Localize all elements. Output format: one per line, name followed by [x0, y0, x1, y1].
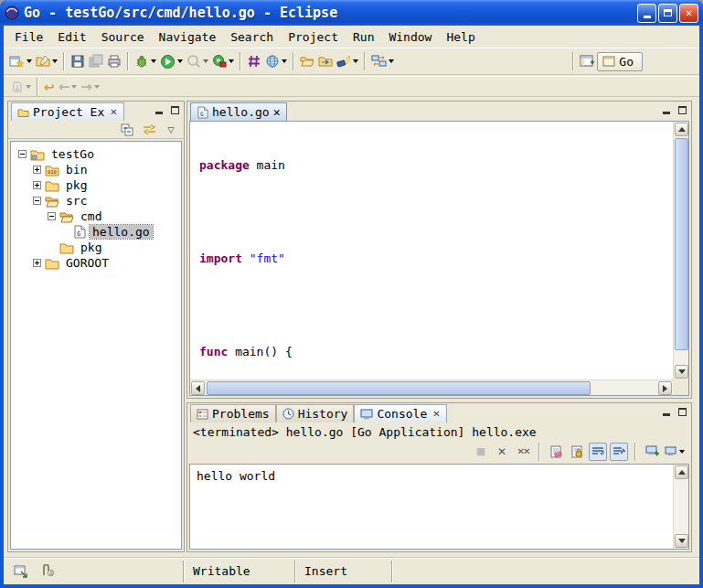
remove-all-launches-button[interactable]: ✕✕ — [514, 443, 532, 461]
tree-item-GOROOT[interactable]: GOROOT — [11, 255, 181, 271]
scroll-down-button[interactable] — [675, 365, 688, 379]
tree-item-cmd[interactable]: cmd — [11, 208, 181, 224]
forward-button[interactable]: → — [79, 76, 101, 98]
scroll-up-button[interactable] — [675, 465, 688, 479]
tree-item-pkg[interactable]: pkg — [11, 177, 181, 193]
print-button[interactable] — [105, 50, 123, 72]
tab-problems[interactable]: Problems — [190, 404, 276, 422]
save-button[interactable] — [69, 50, 87, 72]
menu-project[interactable]: Project — [281, 28, 346, 46]
code-editor[interactable]: package main import "fmt" func main() { … — [190, 122, 673, 380]
vertical-scroll-thumb[interactable] — [675, 138, 688, 350]
horizontal-scroll-thumb[interactable] — [207, 381, 591, 395]
run-history-button[interactable] — [185, 50, 210, 72]
close-editor-icon[interactable]: ✕ — [273, 105, 281, 119]
scroll-right-button[interactable] — [658, 381, 672, 395]
open-console-button[interactable] — [664, 443, 686, 461]
new-menu-button[interactable] — [34, 50, 59, 72]
save-all-button[interactable] — [87, 50, 105, 72]
tab-hello-go[interactable]: G hello.go ✕ — [190, 102, 287, 121]
maximize-editor-button[interactable] — [676, 105, 688, 116]
open-browser-button[interactable] — [263, 50, 289, 72]
open-perspective-icon — [580, 54, 595, 69]
maximize-view-button[interactable] — [169, 105, 181, 116]
scroll-lock-button[interactable] — [568, 443, 586, 461]
link-with-editor-button[interactable] — [140, 121, 158, 139]
word-wrap-button[interactable] — [589, 443, 607, 461]
next-annotation-button[interactable] — [9, 76, 33, 98]
console-vertical-scrollbar[interactable] — [673, 465, 688, 549]
go-perspective-button[interactable]: Go — [597, 52, 643, 71]
open-folder-icon — [300, 54, 314, 69]
minimize-editor-button[interactable] — [660, 105, 672, 116]
menu-edit[interactable]: Edit — [50, 28, 93, 46]
back-button[interactable]: ← — [57, 76, 80, 98]
menu-search[interactable]: Search — [223, 28, 281, 46]
close-console-icon[interactable]: ✕ — [432, 409, 440, 419]
dropdown-arrow-icon — [94, 85, 100, 89]
menu-help[interactable]: Help — [439, 28, 482, 46]
editor-vertical-scrollbar[interactable] — [673, 122, 688, 380]
go-file-icon: G — [74, 225, 86, 239]
expand-expander-icon[interactable] — [33, 259, 41, 267]
close-button[interactable]: ✕ — [679, 4, 698, 23]
collapse-expander-icon[interactable] — [18, 150, 27, 158]
minimize-button[interactable] — [637, 4, 656, 23]
expand-expander-icon[interactable] — [33, 166, 41, 174]
pin-console-icon — [612, 445, 625, 457]
tab-history[interactable]: History — [276, 404, 355, 422]
project-tree[interactable]: testGo 010 bin pkg sr — [10, 141, 182, 550]
menu-navigate[interactable]: Navigate — [152, 28, 224, 46]
new-go-element-button[interactable] — [245, 50, 263, 72]
collapse-expander-icon[interactable] — [48, 212, 56, 220]
maximize-console-button[interactable] — [676, 407, 688, 418]
console-output-area[interactable]: hello world — [189, 464, 689, 550]
menu-window[interactable]: Window — [381, 28, 439, 46]
team-sync-button[interactable] — [369, 50, 396, 72]
tree-item-src[interactable]: src — [11, 193, 181, 208]
minimize-console-button[interactable] — [660, 407, 672, 418]
menu-run[interactable]: Run — [346, 28, 381, 46]
collapse-all-button[interactable] — [118, 121, 136, 139]
title-bar[interactable]: Go - testGo/src/cmd/hello.go - Eclipse ✕ — [0, 0, 703, 26]
launch-status-button[interactable]: 0 — [39, 562, 58, 581]
maximize-button[interactable] — [658, 4, 677, 23]
run-button[interactable] — [158, 50, 185, 72]
tab-console[interactable]: Console ✕ — [354, 404, 446, 422]
minimize-view-button[interactable] — [153, 105, 165, 116]
tree-item-hello-go[interactable]: G hello.go — [11, 224, 181, 240]
tab-project-explorer[interactable]: Project Ex ✕ — [11, 102, 124, 121]
menu-source[interactable]: Source — [94, 28, 152, 46]
collapse-expander-icon[interactable] — [33, 197, 41, 205]
scroll-left-button[interactable] — [191, 381, 205, 395]
save-icon — [70, 54, 85, 69]
view-menu-button[interactable]: ▽ — [162, 121, 180, 139]
folder-icon — [45, 179, 59, 192]
pin-console-button[interactable] — [610, 443, 628, 461]
tree-item-testGo[interactable]: testGo — [11, 146, 181, 162]
tree-item-pkg2[interactable]: pkg — [11, 240, 181, 255]
new-wizard-button[interactable] — [7, 50, 34, 72]
editor-horizontal-scrollbar[interactable] — [190, 380, 673, 395]
history-clock-icon — [282, 408, 294, 420]
close-view-icon[interactable]: ✕ — [110, 107, 117, 117]
menu-file[interactable]: File — [7, 28, 50, 46]
fast-view-button[interactable] — [12, 562, 30, 581]
debug-button[interactable] — [133, 50, 158, 72]
scroll-down-button[interactable] — [675, 534, 688, 548]
external-tools-button[interactable] — [210, 50, 236, 72]
tree-item-bin[interactable]: 010 bin — [11, 162, 181, 177]
open-import-button[interactable] — [316, 50, 335, 72]
clear-console-button[interactable] — [547, 443, 565, 461]
terminate-button[interactable]: ■ — [472, 443, 490, 461]
open-perspective-button[interactable] — [578, 50, 597, 72]
expand-expander-icon[interactable] — [33, 181, 41, 189]
tree-label: testGo — [48, 147, 97, 161]
project-explorer-view: Project Ex ✕ ▽ — [7, 101, 185, 552]
open-folder-button[interactable] — [298, 50, 316, 72]
search-button[interactable] — [335, 50, 360, 72]
scroll-up-button[interactable] — [675, 123, 688, 136]
display-selected-console-button[interactable] — [643, 443, 661, 461]
remove-launch-button[interactable]: ✕ — [493, 443, 511, 461]
last-edit-location-button[interactable]: ↩ — [42, 76, 57, 98]
